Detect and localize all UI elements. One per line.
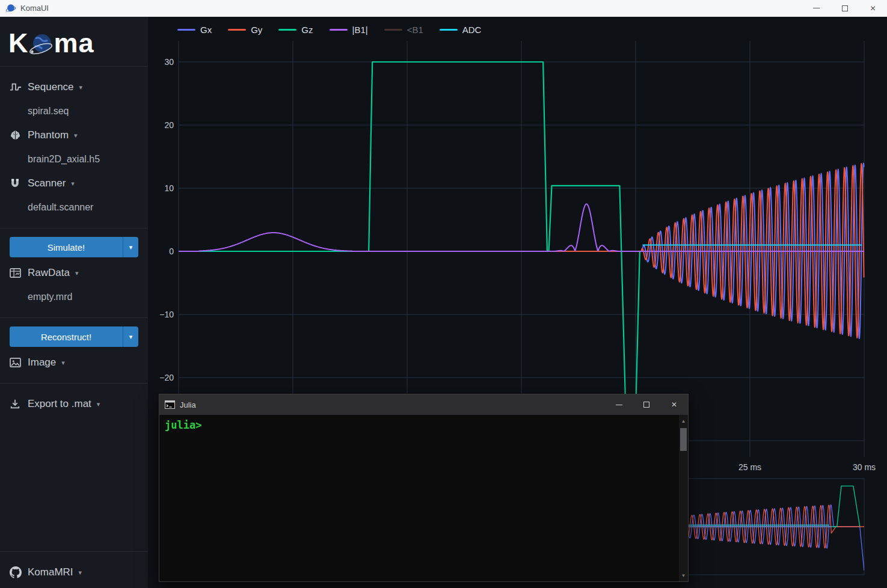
- legend-item-b1[interactable]: |B1|: [330, 25, 368, 35]
- julia-terminal[interactable]: julia> ▲ ▼: [159, 415, 688, 581]
- maximize-icon: [643, 402, 649, 408]
- minimize-icon: [616, 405, 622, 405]
- julia-window-controls: ✕: [605, 394, 688, 415]
- legend-label: ADC: [462, 25, 482, 35]
- sidebar-item-image[interactable]: Image ▾: [0, 351, 148, 375]
- sidebar-item-rawdata[interactable]: RawData ▾: [0, 261, 148, 285]
- scroll-down-button[interactable]: ▼: [679, 571, 688, 580]
- legend-item-gx[interactable]: Gx: [177, 25, 212, 35]
- reconstruct-button[interactable]: Reconstruct! ▾: [10, 326, 138, 347]
- legend-line-sample: [330, 29, 348, 31]
- legend-item-gz[interactable]: Gz: [278, 25, 313, 35]
- sidebar-item-sequence[interactable]: Sequence ▾: [0, 75, 148, 99]
- julia-minimize-button[interactable]: [605, 394, 633, 415]
- close-icon: ✕: [870, 4, 876, 13]
- sidebar-item-phantom[interactable]: Phantom ▾: [0, 123, 148, 147]
- scroll-up-button[interactable]: ▲: [679, 416, 688, 426]
- reconstruct-button-label: Reconstruct!: [10, 326, 123, 347]
- y-tick-label: 20: [164, 120, 174, 130]
- legend-label: Gx: [200, 25, 212, 35]
- sidebar-file-spiral-seq[interactable]: spiral.seq: [0, 99, 148, 123]
- image-icon: [10, 358, 28, 367]
- reconstruct-dropdown-toggle[interactable]: ▾: [123, 326, 138, 347]
- sidebar-file-brain2d-axial[interactable]: brain2D_axial.h5: [0, 147, 148, 171]
- legend-label: |B1|: [352, 25, 368, 35]
- export-label: Export to .mat: [28, 398, 91, 410]
- scrollbar-thumb[interactable]: [680, 428, 687, 451]
- rawdata-label: RawData: [28, 267, 70, 279]
- pulse-icon: [10, 82, 28, 92]
- koma-logo: K ma: [8, 28, 148, 59]
- legend-label: Gy: [251, 25, 262, 35]
- plot-legend: GxGyGz|B1|<B1ADC: [177, 25, 481, 35]
- chevron-down-icon: ▾: [75, 269, 79, 277]
- sequence-label: Sequence: [28, 81, 74, 93]
- legend-label: Gz: [301, 25, 313, 35]
- y-tick-label: −10: [159, 310, 174, 319]
- sidebar-file-empty-mrd[interactable]: empty.mrd: [0, 285, 148, 309]
- legend-line-sample: [384, 29, 402, 31]
- brain-icon: [10, 130, 28, 141]
- chevron-down-icon: ▾: [79, 84, 83, 91]
- chevron-down-icon: ▾: [61, 359, 65, 367]
- maximize-icon: [842, 5, 848, 11]
- logo-text-k: K: [8, 28, 29, 59]
- julia-prompt: julia>: [165, 419, 201, 431]
- simulate-button[interactable]: Simulate! ▾: [10, 237, 138, 257]
- sidebar: K ma Sequence ▾ spiral.seq Phantom ▾ bra: [0, 17, 148, 588]
- window-title: KomaUI: [20, 4, 49, 13]
- maximize-button[interactable]: [830, 0, 859, 16]
- divider: [0, 317, 148, 318]
- close-button[interactable]: ✕: [859, 0, 887, 16]
- x-tick-label: 30 ms: [853, 462, 876, 472]
- julia-scrollbar[interactable]: ▲ ▼: [679, 415, 688, 581]
- close-icon: ✕: [671, 400, 677, 409]
- app-icon: [5, 3, 16, 14]
- chevron-down-icon: ▾: [129, 333, 133, 341]
- y-tick-label: −20: [159, 373, 174, 382]
- logo-text-ma: ma: [54, 28, 94, 59]
- julia-window[interactable]: Julia ✕ julia> ▲ ▼: [159, 394, 689, 582]
- sidebar-item-komamri-github[interactable]: KomaMRI ▾: [0, 560, 148, 584]
- image-label: Image: [28, 357, 56, 369]
- legend-item-gy[interactable]: Gy: [228, 25, 262, 35]
- magnet-icon: [10, 178, 28, 189]
- scanner-label: Scanner: [28, 177, 66, 189]
- julia-window-title: Julia: [180, 400, 196, 409]
- legend-item-b1[interactable]: <B1: [384, 25, 423, 35]
- legend-line-sample: [278, 29, 296, 31]
- sidebar-file-default-scanner[interactable]: default.scanner: [0, 195, 148, 219]
- window-controls: ✕: [802, 0, 887, 16]
- globe-icon: [29, 31, 54, 58]
- minimize-button[interactable]: [802, 0, 830, 16]
- console-icon: [165, 400, 175, 409]
- legend-line-sample: [440, 29, 458, 31]
- legend-line-sample: [228, 29, 246, 31]
- y-tick-label: 10: [164, 183, 174, 193]
- legend-item-adc[interactable]: ADC: [440, 25, 482, 35]
- window-titlebar[interactable]: KomaUI ✕: [0, 0, 887, 17]
- download-icon: [10, 399, 28, 409]
- julia-maximize-button[interactable]: [633, 394, 660, 415]
- chevron-down-icon: ▾: [74, 132, 78, 139]
- chevron-down-icon: ▾: [129, 243, 133, 251]
- y-tick-label: 30: [164, 57, 174, 67]
- divider: [0, 228, 148, 228]
- julia-titlebar[interactable]: Julia ✕: [159, 394, 688, 415]
- sidebar-item-export-mat[interactable]: Export to .mat ▾: [0, 392, 148, 416]
- github-icon: [10, 566, 28, 578]
- chevron-down-icon: ▾: [97, 400, 100, 408]
- chevron-down-icon: ▾: [79, 569, 82, 577]
- sidebar-item-scanner[interactable]: Scanner ▾: [0, 171, 148, 195]
- simulate-button-label: Simulate!: [10, 237, 123, 257]
- simulate-dropdown-toggle[interactable]: ▾: [123, 237, 138, 257]
- legend-line-sample: [177, 29, 195, 31]
- rawdata-icon: [10, 268, 28, 278]
- minimize-icon: [813, 8, 820, 8]
- x-tick-label: 25 ms: [738, 462, 761, 472]
- phantom-label: Phantom: [28, 129, 69, 141]
- legend-label: <B1: [407, 25, 423, 35]
- julia-close-button[interactable]: ✕: [660, 394, 688, 415]
- y-tick-label: 0: [169, 247, 174, 256]
- komamri-label: KomaMRI: [28, 566, 73, 578]
